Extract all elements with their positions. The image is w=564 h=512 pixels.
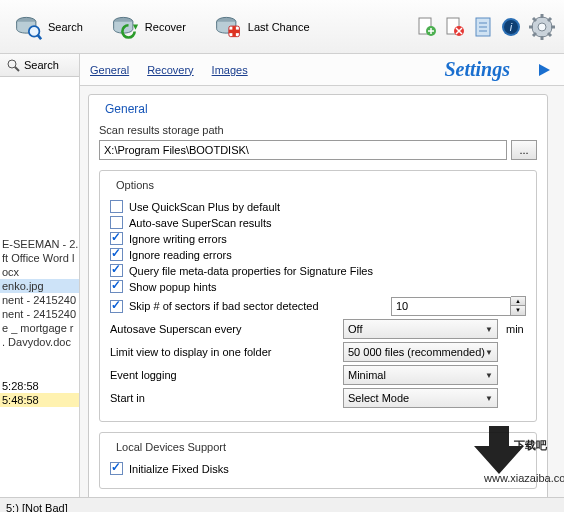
list-item[interactable]: ft Office Word l [0,251,79,265]
general-legend: General [101,102,152,116]
svg-rect-8 [229,29,240,33]
list-item[interactable]: E-SEEMAN - 2.a [0,237,79,251]
check-label: Use QuickScan Plus by default [129,201,280,213]
toolbar-recover-label: Recover [145,21,186,33]
check-init-fixed[interactable] [110,462,123,475]
time-list: 5:28:58 5:48:58 [0,379,79,407]
page-title: Settings [444,58,510,81]
list-item[interactable]: . Davydov.doc [0,335,79,349]
list-item[interactable]: nent - 2415240 [0,307,79,321]
disk-search-icon [14,13,42,41]
file-list: E-SEEMAN - 2.a ft Office Word l ocx enko… [0,77,79,349]
svg-point-21 [538,23,546,31]
list-item[interactable]: nent - 2415240 [0,293,79,307]
svg-line-27 [548,33,551,36]
chevron-down-icon: ▼ [485,325,493,334]
arrow-next-icon[interactable] [536,61,554,79]
browse-button[interactable]: ... [511,140,537,160]
check-label: Auto-save SuperScan results [129,217,271,229]
disk-recover-icon [111,13,139,41]
svg-line-26 [533,18,536,21]
autosave-combo[interactable]: Off▼ [343,319,498,339]
row-label: Limit view to display in one folder [110,346,335,358]
check-label: Query file meta-data properties for Sign… [129,265,373,277]
main-toolbar: Search Recover Last Chance i [0,0,564,54]
chevron-down-icon: ▼ [485,371,493,380]
toolbar-right: i [416,13,556,41]
settings-scroll[interactable]: General Scan results storage path ... Op… [80,86,564,497]
chevron-down-icon: ▼ [485,394,493,403]
toolbar-lastchance-button[interactable]: Last Chance [208,9,316,45]
tab-images[interactable]: Images [212,64,248,76]
svg-marker-4 [133,24,138,29]
check-ignore-write[interactable] [110,232,123,245]
search-icon [6,58,20,72]
disk-lastchance-icon [214,13,242,41]
spin-down[interactable]: ▼ [511,306,525,315]
tab-general[interactable]: General [90,64,129,76]
toolbar-lastchance-label: Last Chance [248,21,310,33]
check-label: Ignore reading errors [129,249,232,261]
skip-sectors-input[interactable] [391,297,511,316]
svg-marker-32 [539,64,550,76]
row-label: Start in [110,392,335,404]
check-label: Show popup hints [129,281,216,293]
startin-combo[interactable]: Select Mode▼ [343,388,498,408]
spin-up[interactable]: ▲ [511,297,525,306]
list-item[interactable]: 5:48:58 [0,393,79,407]
toolbar-search-button[interactable]: Search [8,9,89,45]
list-item[interactable]: e _ mortgage r [0,321,79,335]
check-label: Initialize Fixed Disks [129,463,229,475]
check-label: Ignore writing errors [129,233,227,245]
left-pane: Search E-SEEMAN - 2.a ft Office Word l o… [0,54,80,497]
doc-add-icon[interactable] [416,16,438,38]
check-label: Skip # of sectors if bad sector detected [129,300,319,312]
status-bar: 5:) [Not Bad] [0,497,564,512]
settings-tabs: General Recovery Images Settings [80,54,564,86]
check-quickscan[interactable] [110,200,123,213]
doc-icon[interactable] [472,16,494,38]
svg-line-31 [15,67,19,71]
main-panel: General Recovery Images Settings General… [80,54,564,497]
list-item[interactable]: ocx [0,265,79,279]
search-tab-label: Search [24,59,59,71]
limitview-combo[interactable]: 50 000 files (recommended)▼ [343,342,498,362]
path-label: Scan results storage path [99,124,537,136]
lds-legend: Local Devices Support [112,441,230,453]
svg-line-28 [533,33,536,36]
toolbar-search-label: Search [48,21,83,33]
row-label: Autosave Superscan every [110,323,335,335]
tab-recovery[interactable]: Recovery [147,64,193,76]
status-text: 5:) [Not Bad] [6,502,68,513]
svg-point-30 [8,60,16,68]
check-ignore-read[interactable] [110,248,123,261]
list-item[interactable]: 5:28:58 [0,379,79,393]
doc-remove-icon[interactable] [444,16,466,38]
svg-line-2 [38,34,42,38]
suffix-label: min [506,323,526,335]
gear-icon[interactable] [528,13,556,41]
search-tab[interactable]: Search [0,54,79,77]
path-input[interactable] [99,140,507,160]
check-query-meta[interactable] [110,264,123,277]
list-item[interactable]: enko.jpg [0,279,79,293]
toolbar-recover-button[interactable]: Recover [105,9,192,45]
svg-line-29 [548,18,551,21]
info-icon[interactable]: i [500,16,522,38]
options-legend: Options [112,179,158,191]
general-fieldset: General Scan results storage path ... Op… [88,94,548,497]
check-skip-sectors[interactable] [110,300,123,313]
chevron-down-icon: ▼ [485,348,493,357]
options-group: Options Use QuickScan Plus by default Au… [99,170,537,422]
check-autosave[interactable] [110,216,123,229]
lds-group: Local Devices Support Initialize Fixed D… [99,432,537,489]
check-popup[interactable] [110,280,123,293]
eventlog-combo[interactable]: Minimal▼ [343,365,498,385]
row-label: Event logging [110,369,335,381]
